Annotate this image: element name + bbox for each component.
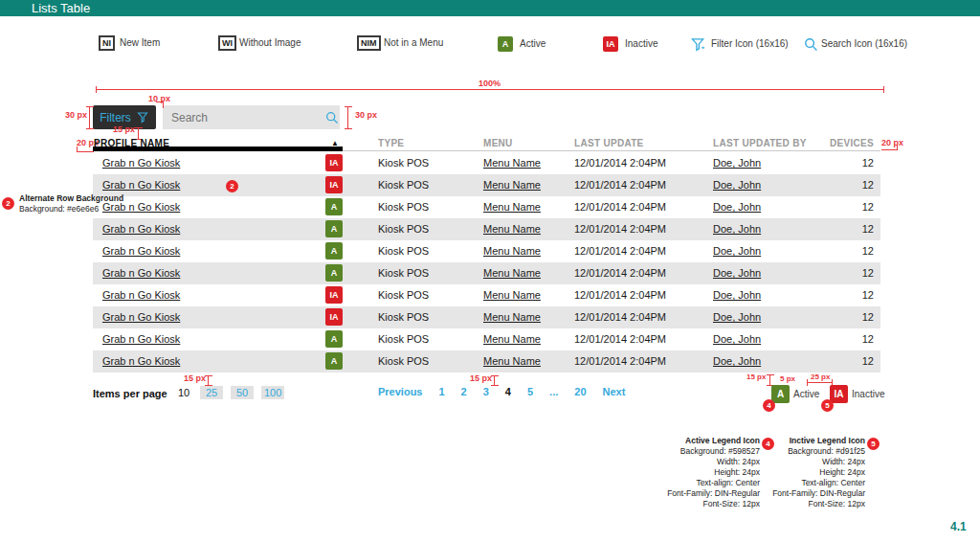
- profile-name-link[interactable]: Grab n Go Kiosk: [102, 284, 180, 306]
- search-input[interactable]: [163, 111, 325, 124]
- items-per-page-option[interactable]: 50: [231, 386, 254, 399]
- menu-name-link[interactable]: Menu Name: [483, 328, 541, 350]
- table-row[interactable]: Grab n Go Kiosk IA Kiosk POS Menu Name 1…: [93, 306, 880, 328]
- profile-name-link[interactable]: Grab n Go Kiosk: [102, 262, 180, 284]
- active-legend-note-title: Active Legend Icon: [658, 436, 760, 446]
- devices-cell: 12: [820, 240, 874, 262]
- table-row[interactable]: Grab n Go Kiosk IA Kiosk POS Menu Name 1…: [93, 174, 880, 196]
- spec-line: Width: 24px: [764, 457, 865, 467]
- last-updated-by-link[interactable]: Doe, John: [713, 350, 761, 373]
- inactive-badge: IA: [603, 36, 618, 52]
- status-badge: A: [325, 220, 343, 237]
- page-link-...[interactable]: ...: [549, 386, 558, 397]
- type-cell: Kiosk POS: [378, 218, 429, 240]
- legend-label: Search Icon (16x16): [821, 36, 907, 52]
- sorted-column-underline: [93, 147, 343, 151]
- menu-name-link[interactable]: Menu Name: [483, 152, 541, 174]
- devices-cell: 12: [820, 284, 874, 306]
- table-row[interactable]: Grab n Go Kiosk A Kiosk POS Menu Name 12…: [93, 328, 880, 350]
- annotation-marker-5: 5: [821, 399, 834, 412]
- devices-cell: 12: [820, 152, 874, 174]
- profile-name-link[interactable]: Grab n Go Kiosk: [102, 152, 180, 174]
- column-header-menu[interactable]: MENU: [483, 138, 513, 148]
- menu-name-link[interactable]: Menu Name: [483, 218, 541, 240]
- menu-name-link[interactable]: Menu Name: [483, 350, 541, 373]
- search-icon[interactable]: [325, 111, 346, 124]
- profile-name-link[interactable]: Grab n Go Kiosk: [102, 350, 180, 373]
- table-row[interactable]: Grab n Go Kiosk A Kiosk POS Menu Name 12…: [93, 262, 880, 284]
- status-badge: A: [325, 352, 343, 370]
- devices-cell: 12: [820, 196, 874, 218]
- search-icon: [804, 37, 818, 56]
- measure-right-30: 30 px: [355, 110, 377, 120]
- page-link-previous[interactable]: Previous: [378, 386, 422, 397]
- page-link-4[interactable]: 4: [505, 386, 511, 397]
- spec-line: Font-Size: 12px: [764, 499, 865, 509]
- table-row[interactable]: Grab n Go Kiosk IA Kiosk POS Menu Name 1…: [93, 152, 880, 174]
- status-badge: A: [325, 198, 343, 215]
- items-per-page-option[interactable]: 25: [200, 386, 223, 399]
- table-row[interactable]: Grab n Go Kiosk A Kiosk POS Menu Name 12…: [93, 350, 880, 373]
- last-update-cell: 12/01/2014 2:04PM: [574, 152, 666, 174]
- last-updated-by-link[interactable]: Doe, John: [713, 306, 761, 328]
- column-header-last-updated-by[interactable]: LAST UPDATED BY: [713, 138, 807, 148]
- last-updated-by-link[interactable]: Doe, John: [713, 328, 761, 350]
- page-link-next[interactable]: Next: [603, 386, 626, 397]
- last-update-cell: 12/01/2014 2:04PM: [574, 328, 666, 350]
- annotation-marker-2: 2: [2, 197, 14, 210]
- table-row[interactable]: Grab n Go Kiosk A Kiosk POS Menu Name 12…: [93, 218, 880, 240]
- devices-cell: 12: [820, 328, 874, 350]
- page-link-2[interactable]: 2: [461, 386, 467, 397]
- last-updated-by-link[interactable]: Doe, John: [713, 196, 761, 218]
- table-row[interactable]: Grab n Go Kiosk A Kiosk POS Menu Name 12…: [93, 240, 880, 262]
- pagination: Previous12345...20Next: [378, 386, 625, 397]
- sheet-number: 4.1: [950, 520, 967, 533]
- profile-name-link[interactable]: Grab n Go Kiosk: [102, 328, 180, 350]
- last-updated-by-link[interactable]: Doe, John: [713, 284, 761, 306]
- table-row[interactable]: Grab n Go Kiosk A Kiosk POS Menu Name 12…: [93, 196, 880, 218]
- items-per-page-option[interactable]: 100: [261, 386, 284, 399]
- last-updated-by-link[interactable]: Doe, John: [713, 152, 761, 174]
- page-link-20[interactable]: 20: [574, 386, 586, 397]
- type-cell: Kiosk POS: [378, 174, 429, 196]
- column-header-last-update[interactable]: LAST UPDATE: [574, 138, 644, 148]
- spec-line: Height: 24px: [658, 467, 760, 478]
- last-update-cell: 12/01/2014 2:04PM: [574, 174, 666, 196]
- type-cell: Kiosk POS: [378, 350, 429, 373]
- page-link-1[interactable]: 1: [438, 386, 444, 397]
- table-row[interactable]: Grab n Go Kiosk IA Kiosk POS Menu Name 1…: [93, 284, 880, 306]
- filter-icon: [691, 37, 705, 56]
- last-update-cell: 12/01/2014 2:04PM: [574, 240, 666, 262]
- page-link-5[interactable]: 5: [527, 386, 533, 397]
- items-per-page-option[interactable]: 10: [175, 387, 192, 398]
- last-updated-by-link[interactable]: Doe, John: [713, 240, 761, 262]
- last-updated-by-link[interactable]: Doe, John: [713, 262, 761, 284]
- menu-name-link[interactable]: Menu Name: [483, 174, 541, 196]
- column-header-type[interactable]: TYPE: [378, 138, 404, 148]
- profile-name-link[interactable]: Grab n Go Kiosk: [102, 218, 180, 240]
- last-updated-by-link[interactable]: Doe, John: [713, 174, 761, 196]
- status-badge: A: [325, 330, 343, 348]
- spec-line: Background: #d91f25: [764, 446, 865, 457]
- spec-line: Text-align: Center: [658, 478, 760, 488]
- profile-name-link[interactable]: Grab n Go Kiosk: [102, 306, 180, 328]
- page-link-3[interactable]: 3: [483, 386, 489, 397]
- measure-legend-5: 5 px: [780, 374, 795, 383]
- menu-name-link[interactable]: Menu Name: [483, 284, 541, 306]
- profile-name-link[interactable]: Grab n Go Kiosk: [102, 240, 180, 262]
- menu-name-link[interactable]: Menu Name: [483, 196, 541, 218]
- measure-bracket: [156, 102, 164, 108]
- spec-line: Text-align: Center: [764, 478, 865, 488]
- menu-name-link[interactable]: Menu Name: [483, 306, 541, 328]
- last-update-cell: 12/01/2014 2:04PM: [574, 284, 666, 306]
- column-header-devices[interactable]: DEVICES: [821, 138, 874, 148]
- last-update-cell: 12/01/2014 2:04PM: [574, 262, 666, 284]
- spec-line: Font-Family: DIN-Regular: [764, 488, 865, 499]
- menu-name-link[interactable]: Menu Name: [483, 240, 541, 262]
- devices-cell: 12: [820, 262, 874, 284]
- status-badge: IA: [325, 176, 343, 193]
- spec-line: Width: 24px: [658, 457, 760, 467]
- annotation-marker-2: 2: [226, 180, 238, 192]
- last-updated-by-link[interactable]: Doe, John: [713, 218, 761, 240]
- menu-name-link[interactable]: Menu Name: [483, 262, 541, 284]
